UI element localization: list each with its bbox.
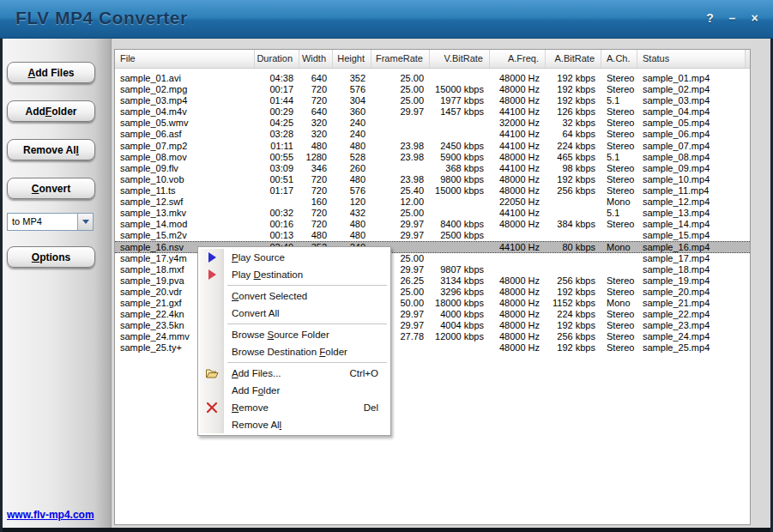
cell-filler	[746, 331, 750, 342]
cell-height: 480	[333, 219, 371, 230]
cell-ach: 5.1	[601, 95, 637, 106]
column-header-abitrate[interactable]: A.BitRate	[546, 50, 601, 68]
cell-abitrate: 80 kbps	[546, 242, 601, 251]
cell-status: sample_13.mp4	[637, 208, 746, 219]
cell-file: sample_08.mov	[115, 152, 255, 163]
add-folder-button[interactable]: Add Folder	[7, 100, 95, 122]
cell-framerate	[371, 118, 430, 129]
help-button[interactable]: ?	[702, 10, 718, 27]
cell-afreq	[490, 253, 546, 264]
table-row[interactable]: sample_11.ts01:1772057625.4015000 kbps48…	[115, 185, 750, 196]
convert-button[interactable]: Convert	[7, 178, 95, 199]
minimize-button[interactable]: –	[724, 10, 740, 27]
cell-filler	[746, 342, 750, 354]
table-row[interactable]: sample_10.vob00:5172048023.989800 kbps48…	[115, 174, 750, 185]
column-header-vbitrate[interactable]: V.BitRate	[430, 50, 490, 68]
cell-abitrate	[546, 208, 601, 219]
table-row[interactable]: sample_09.flv03:09346260368 kbps44100 Hz…	[115, 163, 750, 174]
cell-duration: 01:44	[255, 95, 299, 106]
add-files-button[interactable]: Add Files	[7, 62, 95, 83]
cell-file: sample_10.vob	[115, 174, 255, 185]
table-row[interactable]: sample_08.mov00:55128052823.985900 kbps4…	[115, 152, 750, 163]
cell-afreq: 48000 Hz	[490, 174, 546, 185]
cell-afreq: 44100 Hz	[490, 242, 546, 251]
cell-height: 360	[333, 106, 371, 118]
cell-abitrate	[546, 264, 601, 275]
cell-height: 432	[333, 208, 371, 219]
cell-filler	[746, 106, 750, 118]
cell-vbitrate	[430, 253, 490, 264]
cell-ach: Stereo	[601, 331, 637, 342]
menu-item-remove-all[interactable]: Remove All	[200, 416, 389, 433]
cell-framerate: 25.00	[371, 84, 430, 95]
column-header-height[interactable]: Height	[333, 50, 371, 68]
cell-duration: 00:16	[255, 219, 299, 230]
cell-abitrate: 256 kbps	[546, 185, 601, 196]
table-row[interactable]: sample_12.swf16012012.0022050 HzMonosamp…	[115, 196, 750, 208]
menu-item-browse-source-folder[interactable]: Browse Source Folder	[200, 326, 389, 343]
play-destination-icon	[205, 268, 219, 281]
table-row[interactable]: sample_15.m2v00:1348048029.972500 kbpssa…	[115, 230, 750, 241]
website-link[interactable]: www.flv-mp4.com	[7, 509, 94, 521]
cell-abitrate: 256 kbps	[546, 331, 601, 342]
cell-afreq: 48000 Hz	[490, 219, 546, 230]
cell-height: 480	[333, 230, 371, 241]
cell-afreq	[490, 230, 546, 241]
options-button[interactable]: Options	[7, 246, 95, 268]
table-row[interactable]: sample_03.mp401:4472030425.001977 kbps48…	[115, 95, 750, 106]
column-header-framerate[interactable]: FrameRate	[371, 50, 430, 68]
title-bar[interactable]: FLV MP4 Converter ? – ×	[0, 0, 773, 39]
cell-status: sample_05.mp4	[637, 118, 746, 129]
menu-item-convert-all[interactable]: Convert All	[200, 305, 389, 322]
cell-file: sample_15.m2v	[115, 230, 255, 241]
cell-abitrate: 32 kbps	[546, 118, 601, 129]
menu-item-label: Convert Selected	[232, 291, 307, 301]
table-row[interactable]: sample_06.asf03:2832024044100 Hz64 kbpsS…	[115, 129, 750, 140]
table-row[interactable]: sample_13.mkv00:3272043225.0044100 Hz5.1…	[115, 208, 750, 219]
column-header-afreq[interactable]: A.Freq.	[490, 50, 546, 68]
table-row[interactable]: sample_01.avi04:3864035225.0048000 Hz192…	[115, 73, 750, 84]
column-header-width[interactable]: Width	[299, 50, 333, 68]
cell-vbitrate: 1457 kbps	[430, 106, 490, 118]
cell-filler	[746, 118, 750, 129]
column-header-filler	[746, 50, 750, 68]
menu-shortcut: Del	[364, 402, 378, 413]
column-header-status[interactable]: Status	[637, 50, 746, 68]
menu-item-label: Remove	[232, 402, 269, 413]
column-header-ach[interactable]: A.Ch.	[601, 50, 637, 68]
close-button[interactable]: ×	[746, 10, 763, 27]
cell-duration: 00:13	[255, 230, 299, 241]
cell-height: 576	[333, 84, 371, 95]
cell-vbitrate	[430, 196, 490, 208]
cell-ach	[601, 264, 637, 275]
cell-filler	[746, 230, 750, 241]
cell-file: sample_09.flv	[115, 163, 255, 174]
window-controls: ? – ×	[702, 10, 763, 27]
menu-item-play-source[interactable]: Play Source	[200, 249, 389, 266]
column-header-file[interactable]: File	[115, 50, 255, 68]
cell-filler	[746, 208, 750, 219]
cell-width: 720	[299, 95, 333, 106]
cell-vbitrate: 1977 kbps	[430, 95, 490, 106]
remove-all-button[interactable]: Remove All	[7, 139, 95, 160]
output-format-select[interactable]: to MP4	[7, 213, 94, 231]
menu-item-add-files[interactable]: Add Files...Ctrl+O	[200, 365, 389, 382]
cell-status: sample_03.mp4	[637, 95, 746, 106]
menu-separator	[227, 362, 387, 363]
table-row[interactable]: sample_07.mp201:1148048023.982450 kbps44…	[115, 141, 750, 152]
table-row[interactable]: sample_14.mod00:1672048029.978400 kbps48…	[115, 219, 750, 230]
menu-item-convert-selected[interactable]: Convert Selected	[200, 287, 389, 305]
cell-filler	[746, 174, 750, 185]
table-row[interactable]: sample_05.wmv04:2532024032000 Hz32 kbpsS…	[115, 118, 750, 129]
menu-item-play-destination[interactable]: Play Destination	[200, 266, 389, 283]
cell-status: sample_12.mp4	[637, 196, 746, 208]
table-row[interactable]: sample_02.mpg00:1772057625.0015000 kbps4…	[115, 84, 750, 95]
table-row[interactable]: sample_04.m4v00:2964036029.971457 kbps44…	[115, 106, 750, 118]
menu-item-add-folder[interactable]: Add Folder	[200, 382, 389, 399]
column-header-duration[interactable]: Duration	[255, 50, 299, 68]
cell-duration: 03:09	[255, 163, 299, 174]
cell-ach: Stereo	[601, 320, 637, 331]
chevron-down-icon[interactable]	[77, 214, 93, 230]
menu-item-browse-destination-folder[interactable]: Browse Destination Folder	[200, 343, 389, 360]
menu-item-remove[interactable]: RemoveDel	[200, 399, 389, 416]
